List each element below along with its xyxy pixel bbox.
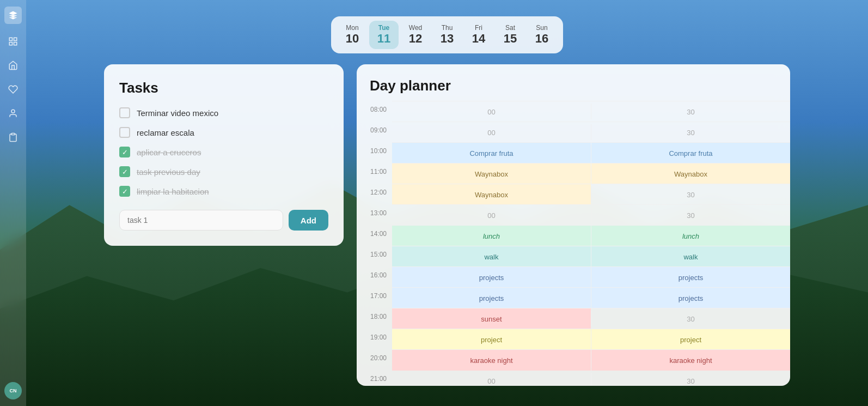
task-checkbox-3[interactable]: ✓ [119, 166, 130, 177]
time-row: 10:00Comprar frutaComprar fruta [357, 142, 790, 163]
slot-right[interactable]: 30 [591, 371, 790, 386]
time-row: 11:00WaynaboxWaynabox [357, 163, 790, 184]
time-row: 08:000030 [357, 101, 790, 122]
slot-left[interactable]: walk [392, 246, 591, 267]
svg-rect-0 [9, 38, 12, 40]
tasks-title: Tasks [119, 80, 328, 96]
time-row: 20:00karaoke nightkaraoke night [357, 349, 790, 370]
slot-right[interactable]: 30 [591, 205, 790, 226]
slot-left[interactable]: Comprar fruta [392, 143, 591, 163]
slot-right[interactable]: projects [591, 288, 790, 308]
time-label: 18:00 [357, 308, 392, 329]
slot-right[interactable]: 30 [591, 122, 790, 143]
home-icon[interactable] [7, 59, 20, 72]
slot-left[interactable]: karaoke night [392, 350, 591, 371]
time-slots: projectsprojects [392, 266, 790, 287]
time-slots: WaynaboxWaynabox [392, 163, 790, 184]
time-label: 11:00 [357, 163, 392, 184]
slot-left[interactable]: 00 [392, 122, 591, 143]
slot-left[interactable]: lunch [392, 226, 591, 246]
slot-right[interactable]: 30 [591, 308, 790, 329]
task-checkbox-1[interactable] [119, 127, 130, 138]
tasks-list: Terminar video mexicoreclamar escala✓apl… [119, 107, 328, 197]
time-row: 16:00projectsprojects [357, 266, 790, 287]
app-logo [4, 7, 22, 24]
time-label: 17:00 [357, 287, 392, 308]
time-slots: 0030 [392, 370, 790, 386]
day-name-label: Thu [442, 24, 453, 32]
slot-right[interactable]: Waynabox [591, 163, 790, 184]
slot-left[interactable]: Waynabox [392, 184, 591, 205]
main-content: Mon10Tue11Wed12Thu13Fri14Sat15Sun16 Task… [26, 0, 868, 406]
svg-rect-1 [14, 38, 17, 40]
day-number-label: 15 [504, 32, 517, 46]
time-label: 19:00 [357, 329, 392, 349]
time-row: 21:000030 [357, 370, 790, 386]
tasks-panel: Tasks Terminar video mexicoreclamar esca… [104, 64, 344, 246]
slot-left[interactable]: Waynabox [392, 163, 591, 184]
slot-left[interactable]: projects [392, 288, 591, 308]
slot-left[interactable]: project [392, 329, 591, 350]
task-label-2: aplicar a cruceros [137, 148, 201, 157]
heart-icon[interactable] [7, 83, 20, 96]
slot-left[interactable]: projects [392, 267, 591, 288]
time-row: 12:00Waynabox30 [357, 184, 790, 204]
time-label: 21:00 [357, 370, 392, 386]
time-label: 13:00 [357, 204, 392, 225]
add-task-button[interactable]: Add [289, 210, 328, 231]
day-sat[interactable]: Sat15 [496, 21, 525, 49]
day-number-label: 10 [346, 32, 359, 46]
slot-left[interactable]: 00 [392, 371, 591, 386]
week-navigation: Mon10Tue11Wed12Thu13Fri14Sat15Sun16 [331, 16, 563, 53]
time-slots: projectproject [392, 329, 790, 349]
slot-right[interactable]: walk [591, 246, 790, 267]
time-row: 14:00lunchlunch [357, 225, 790, 246]
time-slots: Waynabox30 [392, 184, 790, 204]
task-item: reclamar escala [119, 127, 328, 138]
task-checkbox-0[interactable] [119, 107, 130, 118]
day-number-label: 12 [409, 32, 422, 46]
day-mon[interactable]: Mon10 [338, 21, 367, 49]
day-thu[interactable]: Thu13 [432, 21, 462, 49]
day-number-label: 13 [441, 32, 454, 46]
planner-grid: 08:00003009:00003010:00Comprar frutaComp… [357, 101, 790, 386]
sidebar-toggle-icon[interactable] [7, 35, 20, 48]
time-row: 13:000030 [357, 204, 790, 225]
day-wed[interactable]: Wed12 [401, 21, 430, 49]
slot-right[interactable]: 30 [591, 184, 790, 205]
slot-left[interactable]: sunset [392, 308, 591, 329]
task-label-4: limpiar la habitacion [137, 187, 209, 196]
slot-left[interactable]: 00 [392, 101, 591, 122]
slot-right[interactable]: Comprar fruta [591, 143, 790, 163]
person-icon[interactable] [7, 107, 20, 120]
day-name-label: Tue [378, 24, 389, 32]
task-item: ✓task previous day [119, 166, 328, 177]
time-slots: karaoke nightkaraoke night [392, 349, 790, 370]
time-row: 09:000030 [357, 122, 790, 142]
time-slots: lunchlunch [392, 225, 790, 246]
time-slots: 0030 [392, 122, 790, 142]
task-checkbox-2[interactable]: ✓ [119, 147, 130, 157]
slot-right[interactable]: lunch [591, 226, 790, 246]
time-slots: sunset30 [392, 308, 790, 329]
panels-container: Tasks Terminar video mexicoreclamar esca… [93, 64, 801, 386]
task-checkbox-4[interactable]: ✓ [119, 186, 130, 197]
slot-right[interactable]: projects [591, 267, 790, 288]
slot-right[interactable]: 30 [591, 101, 790, 122]
day-tue[interactable]: Tue11 [369, 21, 399, 49]
day-sun[interactable]: Sun16 [527, 21, 557, 49]
time-label: 08:00 [357, 101, 392, 122]
clipboard-icon[interactable] [7, 131, 20, 144]
day-fri[interactable]: Fri14 [464, 21, 493, 49]
task-input[interactable] [119, 210, 283, 231]
user-avatar[interactable]: CN [4, 382, 22, 399]
slot-left[interactable]: 00 [392, 205, 591, 226]
time-slots: projectsprojects [392, 287, 790, 308]
slot-right[interactable]: project [591, 329, 790, 350]
time-label: 16:00 [357, 266, 392, 287]
time-row: 15:00walkwalk [357, 246, 790, 266]
svg-rect-5 [11, 134, 15, 135]
time-slots: walkwalk [392, 246, 790, 266]
day-name-label: Wed [409, 24, 422, 32]
slot-right[interactable]: karaoke night [591, 350, 790, 371]
